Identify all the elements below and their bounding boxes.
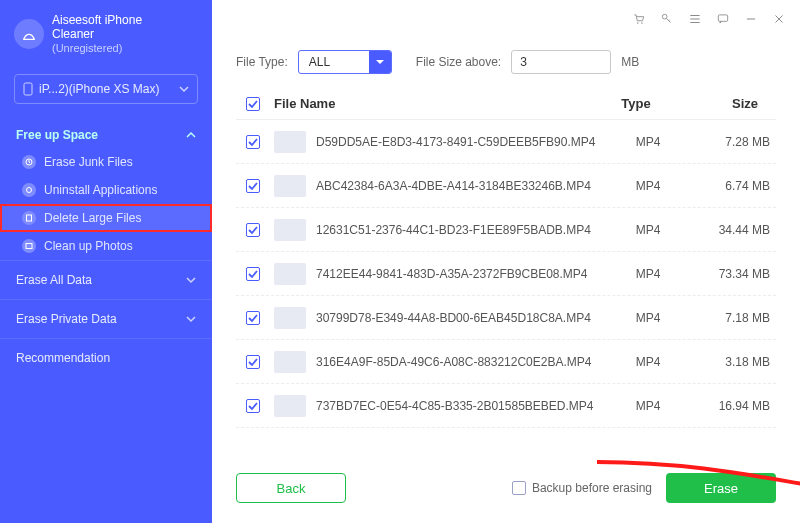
svg-point-3 (27, 188, 32, 193)
svg-rect-4 (27, 215, 32, 221)
file-type: MP4 (610, 135, 686, 149)
file-type: MP4 (610, 355, 686, 369)
row-checkbox[interactable] (246, 179, 260, 193)
nav-recommendation-label: Recommendation (16, 351, 110, 365)
file-size: 16.94 MB (686, 399, 776, 413)
file-type: MP4 (610, 267, 686, 281)
feedback-icon[interactable] (716, 12, 730, 26)
sidebar-item-photos[interactable]: Clean up Photos (0, 232, 212, 260)
nav-erase-private[interactable]: Erase Private Data (0, 299, 212, 338)
chevron-down-icon (186, 275, 196, 285)
table-row[interactable]: 12631C51-2376-44C1-BD23-F1EE89F5BADB.MP4… (236, 208, 776, 252)
backup-checkbox[interactable] (512, 481, 526, 495)
brand-icon (14, 19, 44, 49)
table-row[interactable]: 30799D78-E349-44A8-BD00-6EAB45D18C8A.MP4… (236, 296, 776, 340)
file-name: 7412EE44-9841-483D-A35A-2372FB9CBE08.MP4 (316, 267, 588, 281)
chevron-down-icon (186, 314, 196, 324)
table-row[interactable]: D59DD5AE-E8D3-4173-8491-C59DEEB5FB90.MP4… (236, 120, 776, 164)
nav-header-free[interactable]: Free up Space (0, 122, 212, 148)
video-thumb-icon (274, 263, 306, 285)
row-checkbox[interactable] (246, 355, 260, 369)
table-row[interactable]: 737BD7EC-0E54-4C85-B335-2B01585BEBED.MP4… (236, 384, 776, 428)
file-size-unit: MB (621, 55, 639, 69)
file-table: File Name Type Size D59DD5AE-E8D3-4173-8… (212, 88, 800, 453)
file-name: 737BD7EC-0E54-4C85-B335-2B01585BEBED.MP4 (316, 399, 594, 413)
file-size: 73.34 MB (686, 267, 776, 281)
sidebar-item-large-files[interactable]: Delete Large Files (0, 204, 212, 232)
svg-rect-1 (24, 83, 32, 95)
device-label: iP...2)(iPhone XS Max) (39, 82, 160, 96)
minimize-icon[interactable] (744, 12, 758, 26)
table-row[interactable]: ABC42384-6A3A-4DBE-A414-3184BE33246B.MP4… (236, 164, 776, 208)
file-name: 316E4A9F-85DA-49C6-A08C-883212C0E2BA.MP4 (316, 355, 592, 369)
brand-status: (Unregistered) (52, 42, 142, 55)
svg-point-8 (662, 14, 667, 19)
video-thumb-icon (274, 175, 306, 197)
backup-label: Backup before erasing (532, 481, 652, 495)
select-all-checkbox[interactable] (246, 97, 260, 111)
sidebar: Aiseesoft iPhone Cleaner (Unregistered) … (0, 0, 212, 523)
backup-before-erasing[interactable]: Backup before erasing (512, 481, 652, 495)
file-size: 3.18 MB (686, 355, 776, 369)
video-thumb-icon (274, 351, 306, 373)
row-checkbox[interactable] (246, 223, 260, 237)
file-type-label: File Type: (236, 55, 288, 69)
table-body[interactable]: D59DD5AE-E8D3-4173-8491-C59DEEB5FB90.MP4… (236, 120, 776, 453)
file-type: MP4 (610, 399, 686, 413)
row-checkbox[interactable] (246, 135, 260, 149)
nav-erase-private-label: Erase Private Data (16, 312, 117, 326)
table-row[interactable]: 7412EE44-9841-483D-A35A-2372FB9CBE08.MP4… (236, 252, 776, 296)
nav-erase-all-label: Erase All Data (16, 273, 92, 287)
close-icon[interactable] (772, 12, 786, 26)
row-checkbox[interactable] (246, 399, 260, 413)
nav-free-up-space: Free up Space Erase Junk Files Uninstall… (0, 114, 212, 260)
nav-erase-all[interactable]: Erase All Data (0, 260, 212, 299)
file-type-value: ALL (299, 55, 369, 69)
file-name: 30799D78-E349-44A8-BD00-6EAB45D18C8A.MP4 (316, 311, 591, 325)
filters: File Type: ALL File Size above: MB (212, 32, 800, 88)
brand: Aiseesoft iPhone Cleaner (Unregistered) (0, 10, 212, 64)
table-row[interactable]: 316E4A9F-85DA-49C6-A08C-883212C0E2BA.MP4… (236, 340, 776, 384)
file-type: MP4 (610, 179, 686, 193)
cart-icon[interactable] (632, 12, 646, 26)
svg-rect-5 (26, 244, 32, 249)
video-thumb-icon (274, 131, 306, 153)
key-icon[interactable] (660, 12, 674, 26)
file-size: 6.74 MB (686, 179, 776, 193)
file-size: 34.44 MB (686, 223, 776, 237)
sidebar-item-uninstall[interactable]: Uninstall Applications (0, 176, 212, 204)
menu-icon[interactable] (688, 12, 702, 26)
video-thumb-icon (274, 395, 306, 417)
back-button[interactable]: Back (236, 473, 346, 503)
svg-point-7 (641, 22, 643, 24)
file-name: 12631C51-2376-44C1-BD23-F1EE89F5BADB.MP4 (316, 223, 591, 237)
video-thumb-icon (274, 307, 306, 329)
table-header: File Name Type Size (236, 88, 776, 120)
brand-subtitle: Cleaner (52, 28, 142, 42)
file-type-select[interactable]: ALL (298, 50, 392, 74)
chevron-down-icon (369, 50, 391, 74)
gear-icon (22, 183, 36, 197)
col-type[interactable]: Type (598, 96, 674, 111)
file-size-input[interactable] (511, 50, 611, 74)
row-checkbox[interactable] (246, 267, 260, 281)
erase-button[interactable]: Erase (666, 473, 776, 503)
clock-icon (22, 155, 36, 169)
sidebar-item-junk[interactable]: Erase Junk Files (0, 148, 212, 176)
svg-rect-9 (718, 15, 727, 21)
footer: Back Backup before erasing Erase (212, 453, 800, 523)
col-size[interactable]: Size (674, 96, 764, 111)
col-name[interactable]: File Name (270, 96, 598, 111)
nav-header-free-label: Free up Space (16, 128, 98, 142)
device-selector[interactable]: iP...2)(iPhone XS Max) (14, 74, 198, 104)
row-checkbox[interactable] (246, 311, 260, 325)
chevron-up-icon (186, 130, 196, 140)
sidebar-item-photos-label: Clean up Photos (44, 239, 133, 253)
titlebar (212, 0, 800, 32)
file-icon (22, 211, 36, 225)
video-thumb-icon (274, 219, 306, 241)
chevron-down-icon (179, 84, 189, 94)
brand-title: Aiseesoft iPhone (52, 14, 142, 28)
main: File Type: ALL File Size above: MB File … (212, 0, 800, 523)
nav-recommendation[interactable]: Recommendation (0, 338, 212, 377)
